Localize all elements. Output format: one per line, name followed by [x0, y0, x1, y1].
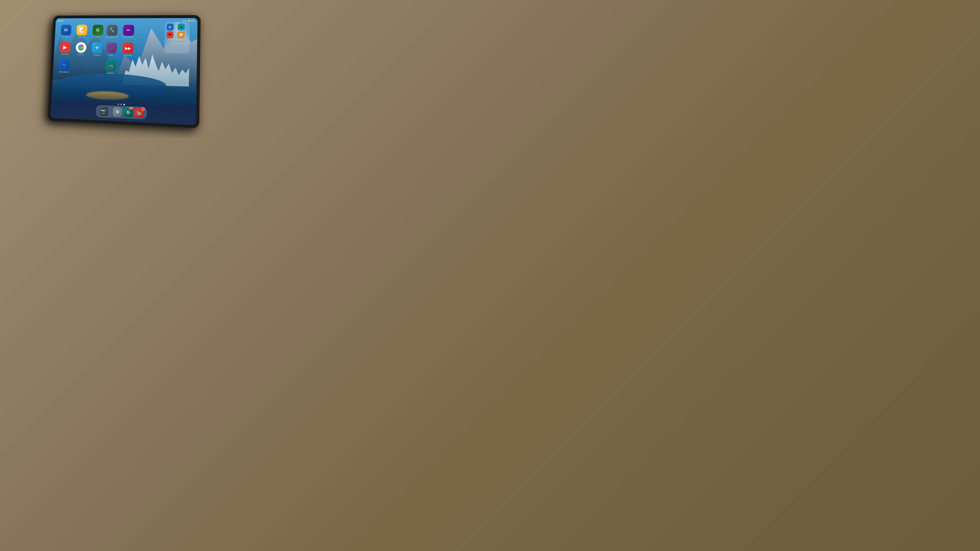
- dock-divider: [110, 107, 111, 116]
- folder-app-4: 📊: [177, 31, 185, 38]
- dock-settings[interactable]: ⚙: [113, 107, 122, 117]
- tools-icon: 🔧: [106, 25, 118, 35]
- email-label: Эл. почта: [62, 36, 70, 38]
- app-folder[interactable]: 📬 🌤 🗺 📊 Приложения Huawei: [164, 22, 190, 54]
- chrome-icon: [75, 42, 86, 53]
- tablet-screen: 16:42 ▲▼ 📶 61% ✉ Эл. почта: [51, 18, 197, 125]
- meet-icon: 📹: [105, 60, 116, 71]
- page-dot-1: [118, 103, 119, 105]
- app-meet[interactable]: 📹 Митапы: [102, 60, 118, 77]
- telegram-label: Telegram: [93, 54, 100, 56]
- app-teamviewer[interactable]: ↔ TeamViewer: [56, 59, 72, 76]
- notes-icon: 📝: [76, 25, 87, 35]
- mpen-icon: ✏: [123, 25, 134, 36]
- tools-label: Инструменты: [106, 36, 118, 38]
- books-icon: 📚 1: [134, 108, 144, 118]
- status-time: 16:42: [58, 20, 63, 22]
- folder-grid: 📬 🌤 🗺 📊: [167, 24, 188, 38]
- app-email[interactable]: ✉ Эл. почта: [58, 25, 74, 41]
- app-youtube[interactable]: ▶ YouTube: [57, 42, 73, 58]
- app-grid-right: 🔧 Инструменты ✏ Зона M-Pen: [102, 25, 153, 78]
- dock-books[interactable]: 📚 1: [134, 108, 144, 118]
- signal-icon: ▲▼: [183, 19, 187, 22]
- tablet-device: 16:42 ▲▼ 📶 61% ✉ Эл. почта: [48, 15, 200, 128]
- anydesk-icon: ▶▶: [122, 43, 134, 54]
- folder-app-3: 🗺: [167, 31, 173, 38]
- page-dot-2: [121, 103, 122, 105]
- app-telegram[interactable]: ✈ Telegram: [89, 42, 105, 59]
- app-viber[interactable]: 📞 Viber: [103, 42, 119, 59]
- meet-label: Митапы: [107, 72, 114, 74]
- settings-icon: ⚙: [113, 107, 122, 117]
- gpro-icon: G PRO: [124, 107, 133, 118]
- app-chrome[interactable]: Chrome: [73, 42, 89, 59]
- dock-gpro[interactable]: G PRO: [124, 107, 133, 118]
- tablet-body: 16:42 ▲▼ 📶 61% ✉ Эл. почта: [48, 15, 200, 128]
- folder-app-2: 🌤: [178, 24, 185, 30]
- youtube-icon: ▶: [60, 42, 70, 53]
- teamviewer-label: TeamViewer: [59, 71, 69, 73]
- email-icon: ✉: [60, 25, 72, 35]
- gbox-label: GBox: [95, 36, 100, 38]
- wifi-icon: 📶: [188, 19, 190, 22]
- app-anydesk[interactable]: ▶▶ AnyDesk: [120, 43, 136, 60]
- app-tools[interactable]: 🔧 Инструменты: [104, 25, 120, 41]
- gbox-icon: G: [92, 25, 103, 35]
- app-gbox[interactable]: G GBox: [90, 25, 106, 41]
- app-notes[interactable]: 📝 Заметки: [74, 25, 89, 41]
- viber-label: Viber: [109, 54, 113, 56]
- battery-indicator: 61%: [191, 19, 195, 22]
- notes-label: Заметки: [78, 36, 85, 38]
- anydesk-label: AnyDesk: [124, 54, 132, 56]
- status-icons: ▲▼ 📶 61%: [183, 19, 195, 22]
- chrome-label: Chrome: [77, 54, 84, 56]
- status-bar: 16:42 ▲▼ 📶 61%: [56, 18, 197, 23]
- folder-label: Приложения Huawei: [167, 39, 188, 41]
- camera-icon: 📷: [99, 106, 108, 116]
- teamviewer-icon: ↔: [59, 59, 70, 70]
- mpen-label: Зона M-Pen: [123, 36, 134, 38]
- viber-icon: 📞: [105, 42, 117, 54]
- app-dock: 📷 ⚙ G PRO: [95, 105, 147, 119]
- app-mpen[interactable]: ✏ Зона M-Pen: [120, 25, 136, 41]
- folder-app-1: 📬: [167, 24, 174, 30]
- telegram-icon: ✈: [92, 42, 103, 53]
- page-dots: [118, 103, 125, 105]
- youtube-label: YouTube: [61, 53, 68, 56]
- page-dot-3: [124, 104, 125, 105]
- dock-camera[interactable]: 📷: [99, 106, 108, 116]
- app-grid-left: ✉ Эл. почта 📝 Заметки G GBox: [55, 25, 105, 95]
